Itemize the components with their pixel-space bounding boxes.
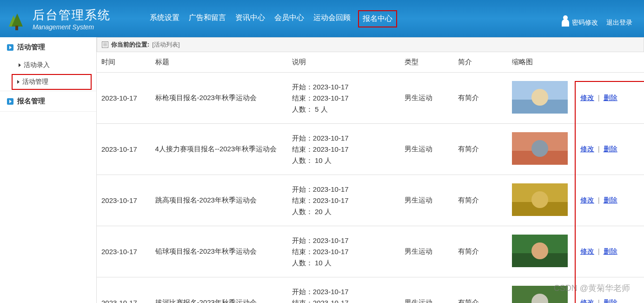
nav-item-3[interactable]: 会员中心 (272, 10, 306, 27)
col-header-6 (576, 52, 644, 73)
cell-thumb (507, 175, 576, 226)
separator: | (598, 145, 600, 153)
nav-item-0[interactable]: 系统设置 (148, 10, 181, 27)
cell-thumb (507, 226, 576, 277)
edit-link[interactable]: 修改 (580, 145, 594, 153)
edit-link[interactable]: 修改 (580, 94, 594, 101)
cell-actions: 修改|删除 (576, 175, 644, 226)
col-header-5: 缩略图 (507, 52, 576, 73)
logout-link[interactable]: 退出登录 (606, 19, 632, 27)
logo-area: 后台管理系统 Management System (0, 7, 111, 31)
cell-actions: 修改|删除 (576, 124, 644, 175)
watermark: CSDN @黄菊华老师 (554, 283, 630, 294)
edit-link[interactable]: 修改 (580, 298, 594, 303)
cell-desc: 开始：2023-10-17结束：2023-10-17人数： 10 人 (287, 277, 400, 303)
cell-intro: 有简介 (453, 73, 507, 124)
delete-link[interactable]: 删除 (604, 247, 617, 255)
nav-item-5[interactable]: 报名中心 (358, 10, 397, 27)
delete-link[interactable]: 删除 (604, 298, 617, 303)
edit-link[interactable]: 修改 (580, 247, 594, 255)
thumbnail-image (512, 183, 568, 216)
svg-point-5 (531, 140, 548, 157)
cell-title: 4人接力赛项目报名--2023年秋季运动会 (151, 124, 287, 175)
sidebar-section-1[interactable]: 报名管理 (0, 91, 96, 111)
cell-type: 男生运动 (400, 277, 454, 303)
app-title: 后台管理系统 (33, 7, 111, 23)
separator: | (598, 94, 600, 101)
cell-actions: 修改|删除 (576, 226, 644, 277)
cell-desc: 开始：2023-10-17结束：2023-10-17人数： 10 人 (287, 124, 400, 175)
nav-item-2[interactable]: 资讯中心 (233, 10, 267, 27)
svg-point-11 (531, 242, 548, 259)
activity-table: 时间标题说明类型简介缩略图 2023-10-17标枪项目报名-2023年秋季运动… (97, 52, 644, 303)
cell-type: 男生运动 (400, 124, 454, 175)
delete-link[interactable]: 删除 (604, 196, 617, 204)
col-header-3: 类型 (400, 52, 454, 73)
main-content: 你当前的位置: [活动列表] 时间标题说明类型简介缩略图 2023-10-17标… (97, 37, 644, 303)
cell-title: 拔河比赛报名-2023年秋季运动会 (151, 277, 287, 303)
sidebar-item-0-0[interactable]: 活动录入 (0, 57, 96, 73)
arrow-icon (7, 44, 13, 51)
arrow-icon (7, 98, 13, 105)
cell-date: 2023-10-17 (97, 277, 151, 303)
cell-desc: 开始：2023-10-17结束：2023-10-17人数： 20 人 (287, 175, 400, 226)
sidebar-section-0[interactable]: 活动管理 (0, 37, 96, 57)
sidebar-section-title: 报名管理 (17, 97, 45, 106)
cell-thumb (507, 73, 576, 124)
sidebar-item-label: 活动录入 (24, 61, 50, 69)
cell-intro: 有简介 (453, 277, 507, 303)
cell-desc: 开始：2023-10-17结束：2023-10-17人数： 10 人 (287, 226, 400, 277)
sidebar-section-title: 活动管理 (17, 43, 45, 52)
cell-date: 2023-10-17 (97, 124, 151, 175)
breadcrumb-location: [活动列表] (152, 40, 179, 49)
cell-date: 2023-10-17 (97, 73, 151, 124)
breadcrumb-label: 你当前的位置: (111, 40, 149, 49)
logo-tree-icon (7, 7, 28, 30)
sidebar-item-0-1[interactable]: 活动管理 (12, 74, 92, 90)
edit-link[interactable]: 修改 (580, 196, 594, 204)
cell-type: 男生运动 (400, 226, 454, 277)
svg-point-8 (531, 191, 548, 208)
nav-item-1[interactable]: 广告和留言 (187, 10, 228, 27)
cell-actions: 修改|删除 (576, 73, 644, 124)
cell-intro: 有简介 (453, 175, 507, 226)
cell-title: 标枪项目报名-2023年秋季运动会 (151, 73, 287, 124)
user-icon (562, 19, 569, 27)
list-icon (102, 41, 108, 48)
cell-desc: 开始：2023-10-17结束：2023-10-17人数： 5 人 (287, 73, 400, 124)
thumbnail-image (512, 235, 568, 267)
table-row: 2023-10-17标枪项目报名-2023年秋季运动会开始：2023-10-17… (97, 73, 644, 124)
triangle-icon (19, 63, 21, 67)
svg-point-2 (531, 89, 548, 106)
col-header-4: 简介 (453, 52, 507, 73)
delete-link[interactable]: 删除 (604, 94, 617, 101)
app-subtitle: Management System (33, 23, 111, 31)
sidebar-item-label: 活动管理 (22, 78, 48, 86)
breadcrumb: 你当前的位置: [活动列表] (97, 37, 644, 52)
separator: | (598, 298, 600, 303)
col-header-2: 说明 (287, 52, 400, 73)
cell-date: 2023-10-17 (97, 175, 151, 226)
separator: | (598, 196, 600, 204)
nav-item-4[interactable]: 运动会回顾 (312, 10, 352, 27)
delete-link[interactable]: 删除 (604, 145, 617, 153)
col-header-0: 时间 (97, 52, 151, 73)
cell-thumb (507, 124, 576, 175)
cell-type: 男生运动 (400, 73, 454, 124)
cell-title: 跳高项目报名-2023年秋季运动会 (151, 175, 287, 226)
header-right: 密码修改 退出登录 (562, 19, 632, 27)
sidebar: 活动管理活动录入活动管理报名管理 (0, 37, 97, 303)
cell-type: 男生运动 (400, 175, 454, 226)
table-row: 2023-10-17铅球项目报名-2023年秋季运动会开始：2023-10-17… (97, 226, 644, 277)
change-password-link[interactable]: 密码修改 (562, 19, 598, 27)
triangle-icon (17, 80, 20, 84)
cell-date: 2023-10-17 (97, 226, 151, 277)
top-nav: 系统设置广告和留言资讯中心会员中心运动会回顾报名中心 (148, 10, 397, 27)
cell-intro: 有简介 (453, 124, 507, 175)
table-row: 2023-10-174人接力赛项目报名--2023年秋季运动会开始：2023-1… (97, 124, 644, 175)
cell-intro: 有简介 (453, 226, 507, 277)
cell-title: 铅球项目报名-2023年秋季运动会 (151, 226, 287, 277)
thumbnail-image (512, 132, 568, 165)
col-header-1: 标题 (151, 52, 287, 73)
table-row: 2023-10-17跳高项目报名-2023年秋季运动会开始：2023-10-17… (97, 175, 644, 226)
